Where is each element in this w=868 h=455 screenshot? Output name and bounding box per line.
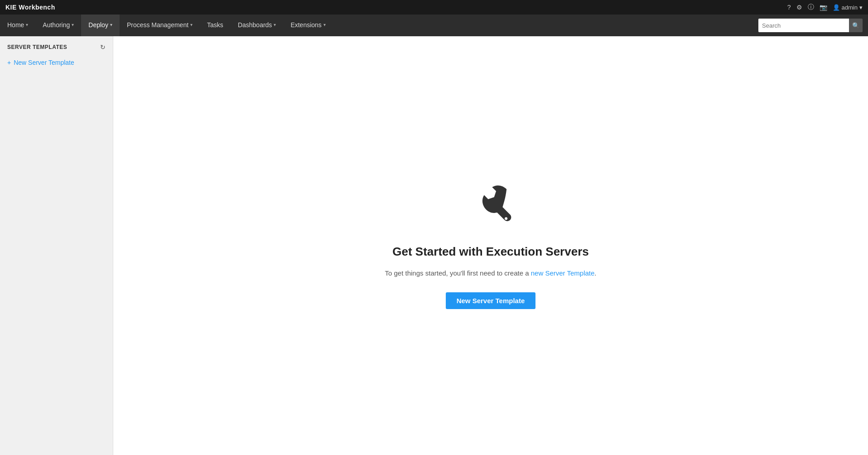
main-content: Get Started with Execution Servers To ge… [113,36,868,455]
nav-authoring-label: Authoring [43,21,70,29]
search-icon: 🔍 [852,22,860,29]
top-bar: KIE Workbench ? ⚙ ⓘ 📷 👤 admin ▾ [0,0,868,15]
nav-deploy-label: Deploy [88,21,108,29]
app-brand: KIE Workbench [5,4,55,11]
search-input[interactable] [758,19,849,32]
nav-dashboards[interactable]: Dashboards ▾ [231,15,284,36]
nav-extensions[interactable]: Extensions ▾ [283,15,333,36]
nav-deploy[interactable]: Deploy ▾ [81,15,120,36]
help-icon[interactable]: ? [787,4,791,11]
nav-extensions-chevron: ▾ [323,22,326,27]
nav-process-management-chevron: ▾ [190,22,193,27]
plus-icon: + [7,59,11,66]
user-label: admin [842,4,858,11]
nav-process-management[interactable]: Process Management ▾ [120,15,200,36]
nav-home[interactable]: Home ▾ [0,15,35,36]
nav-authoring[interactable]: Authoring ▾ [35,15,81,36]
gear-icon[interactable]: ⚙ [796,4,802,11]
nav-extensions-label: Extensions [290,21,321,29]
refresh-icon[interactable]: ↻ [100,44,106,51]
camera-icon[interactable]: 📷 [820,4,827,11]
nav-dashboards-label: Dashboards [238,21,272,29]
new-server-template-inline-link[interactable]: new Server Template [531,269,595,277]
nav-home-label: Home [7,21,24,29]
empty-state-description: To get things started, you'll first need… [385,268,596,279]
top-bar-icons: ? ⚙ ⓘ 📷 👤 admin ▾ [787,3,863,11]
info-icon[interactable]: ⓘ [808,3,814,11]
main-layout: SERVER TEMPLATES ↻ + New Server Template… [0,36,868,455]
nav-tasks-label: Tasks [207,21,223,29]
new-server-template-label: New Server Template [14,59,74,66]
new-server-template-link[interactable]: + New Server Template [0,56,113,69]
nav-home-chevron: ▾ [26,22,28,27]
sidebar-header: SERVER TEMPLATES ↻ [0,44,113,56]
desc-after: . [594,269,596,277]
user-menu[interactable]: 👤 admin ▾ [833,4,863,11]
desc-before: To get things started, you'll first need… [385,269,530,277]
nav-deploy-chevron: ▾ [110,22,112,27]
user-chevron-icon: ▾ [859,4,863,11]
search-button[interactable]: 🔍 [849,19,863,32]
wrench-svg-icon [466,182,516,232]
new-server-template-button[interactable]: New Server Template [446,292,536,309]
user-icon: 👤 [833,4,840,11]
nav-tasks[interactable]: Tasks [200,15,231,36]
nav-process-management-label: Process Management [127,21,188,29]
nav-dashboards-chevron: ▾ [274,22,276,27]
nav-authoring-chevron: ▾ [72,22,74,27]
empty-state: Get Started with Execution Servers To ge… [385,182,596,309]
empty-state-title: Get Started with Execution Servers [392,245,588,259]
nav-search-container: 🔍 [753,15,868,36]
sidebar-title: SERVER TEMPLATES [7,44,67,50]
sidebar: SERVER TEMPLATES ↻ + New Server Template [0,36,113,455]
nav-bar: Home ▾ Authoring ▾ Deploy ▾ Process Mana… [0,15,868,36]
